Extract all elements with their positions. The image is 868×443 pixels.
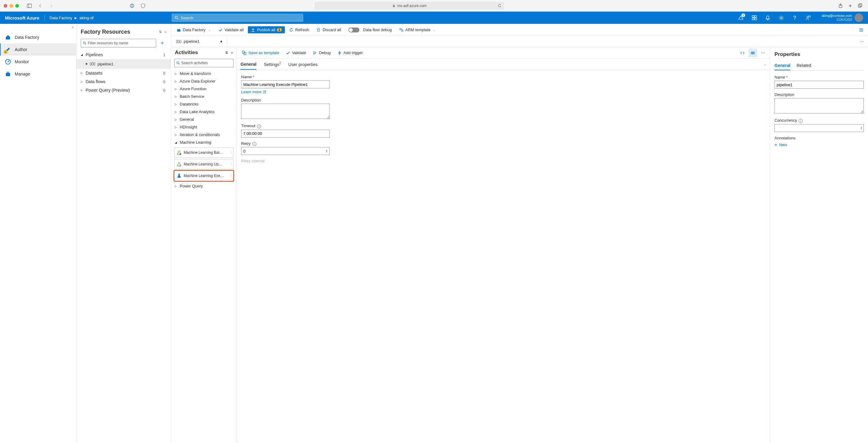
svg-rect-30 — [242, 51, 245, 53]
data-flow-debug-toggle[interactable]: Data flow debug — [345, 26, 395, 34]
code-view-icon[interactable] — [738, 49, 747, 57]
save-as-template-button[interactable]: Save as template — [239, 49, 281, 57]
svg-point-15 — [794, 19, 795, 20]
nav-author[interactable]: 1 Author — [0, 43, 76, 56]
home-icon — [5, 34, 11, 40]
timeout-input[interactable] — [241, 129, 330, 138]
tree-powerquery[interactable]: ▷Power Query (Preview) 0 — [76, 86, 171, 94]
nav-data-factory[interactable]: Data Factory — [0, 31, 76, 43]
breadcrumb-current[interactable]: aking-df — [80, 16, 94, 20]
list-view-icon[interactable] — [857, 26, 866, 34]
prop-tab-general[interactable]: General — [774, 61, 790, 70]
refresh-button[interactable]: Refresh — [286, 26, 312, 33]
breadcrumb-root[interactable]: Data Factory — [50, 16, 72, 20]
sort-icon[interactable]: ⇅ — [225, 51, 228, 55]
person-feedback-icon[interactable] — [802, 11, 814, 24]
group-databricks[interactable]: ▷Databricks — [171, 100, 237, 108]
arm-template-dropdown[interactable]: ARM template ⌄ — [396, 26, 439, 33]
save-template-icon — [242, 51, 247, 55]
settings-icon[interactable] — [775, 11, 787, 24]
group-azure-function[interactable]: ▷Azure Function — [171, 85, 237, 93]
activity-ml-execute[interactable]: Machine Learning Exe… ⦙⦙ — [174, 171, 234, 181]
add-resource-button[interactable]: + — [158, 39, 166, 48]
minimize-window-button[interactable] — [9, 4, 13, 8]
activity-ml-batch[interactable]: Machine Learning Bat… ⦙⦙ — [174, 147, 234, 158]
info-icon[interactable]: i — [252, 142, 256, 146]
sort-icon[interactable]: ⇅ — [159, 30, 162, 34]
activity-name-input[interactable] — [241, 80, 330, 88]
group-hdinsight[interactable]: ▷HDInsight — [171, 123, 237, 131]
spinner-icon[interactable]: ▲▼ — [860, 126, 862, 130]
tree-pipelines[interactable]: ◢Pipelines 1 — [76, 51, 171, 59]
forward-button[interactable] — [47, 2, 56, 10]
subtab-user-properties[interactable]: User properties — [288, 60, 317, 69]
validate-all-button[interactable]: Validate all — [215, 26, 247, 33]
info-icon[interactable]: i — [799, 119, 803, 123]
subtab-general[interactable]: General — [241, 59, 256, 70]
add-annotation-button[interactable]: + New — [774, 142, 864, 148]
subtab-settings[interactable]: Settings2 — [264, 60, 281, 69]
toolbar-label: Publish all — [257, 28, 275, 32]
retry-input[interactable]: 0 ▲▼ — [241, 147, 330, 155]
new-tab-icon[interactable] — [846, 2, 855, 10]
azure-logo[interactable]: Microsoft Azure — [5, 15, 39, 21]
discard-all-button[interactable]: Discard all — [313, 26, 344, 33]
notifications-icon[interactable] — [762, 11, 774, 24]
directories-icon[interactable] — [748, 11, 761, 24]
feedback-icon[interactable]: 1 — [735, 11, 747, 24]
collapse-nav-icon[interactable]: « — [72, 25, 74, 29]
tab-overflow-icon[interactable]: ⋯ — [856, 39, 868, 44]
group-batch-service[interactable]: ▷Batch Service — [171, 93, 237, 100]
debug-button[interactable]: Debug — [310, 49, 333, 56]
activity-ml-update[interactable]: Machine Learning Up… ⦙⦙ — [174, 159, 234, 169]
group-power-query[interactable]: ▷Power Query — [171, 182, 237, 190]
group-data-lake-analytics[interactable]: ▷Data Lake Analytics — [171, 108, 237, 116]
url-bar[interactable]: ms-adf.azure.com — [314, 2, 504, 10]
share-icon[interactable] — [836, 2, 845, 10]
back-button[interactable] — [36, 2, 44, 10]
learn-more-link[interactable]: Learn more — [241, 90, 266, 94]
nav-monitor[interactable]: Monitor — [0, 56, 76, 68]
data-factory-dropdown[interactable]: Data Factory ⌄ — [174, 26, 214, 33]
pipeline-name-input[interactable] — [774, 81, 864, 89]
chevron-down-icon[interactable]: ⌄ — [764, 63, 766, 66]
group-move-transform[interactable]: ▷Move & transform — [171, 70, 237, 77]
spinner-icon[interactable]: ▲▼ — [326, 149, 328, 153]
filter-resources-input[interactable]: Filter resources by name — [81, 39, 156, 48]
tabs-icon[interactable] — [856, 2, 864, 10]
properties-toggle-icon[interactable] — [748, 49, 757, 57]
publish-all-button[interactable]: Publish all 1 — [248, 26, 285, 33]
search-input[interactable] — [181, 16, 301, 20]
group-iteration-conditionals[interactable]: ▷Iteration & conditionals — [171, 131, 237, 139]
info-icon[interactable]: i — [257, 124, 261, 128]
collapse-activities-icon[interactable]: « — [231, 51, 233, 55]
collapse-resources-icon[interactable]: « — [165, 30, 166, 34]
extension-icon[interactable] — [128, 2, 136, 10]
tree-datasets[interactable]: ▷Datasets 0 — [76, 69, 171, 77]
upload-icon — [251, 28, 255, 32]
validate-button[interactable]: Validate — [283, 49, 308, 56]
nav-manage[interactable]: Manage — [0, 68, 76, 80]
close-window-button[interactable] — [4, 4, 7, 8]
reload-icon[interactable] — [498, 4, 501, 8]
prop-tab-related[interactable]: Related — [797, 61, 811, 70]
tree-item-pipeline1[interactable]: pipeline1 — [76, 59, 171, 69]
group-machine-learning[interactable]: ◢Machine Learning — [171, 139, 237, 146]
doc-tab-pipeline1[interactable]: pipeline1 — [171, 36, 227, 47]
svg-line-9 — [177, 18, 179, 20]
more-actions-icon[interactable]: ⋯ — [759, 49, 768, 57]
help-icon[interactable] — [788, 11, 801, 24]
header-search[interactable] — [172, 14, 303, 22]
search-activities-input[interactable]: Search activities — [174, 59, 234, 67]
account-menu[interactable]: aking@contoso.com CONTOSO — [822, 13, 863, 22]
sidebar-toggle-icon[interactable] — [25, 2, 34, 10]
tree-dataflows[interactable]: ▷Data flows 0 — [76, 77, 171, 86]
concurrency-input[interactable]: ▲▼ — [774, 124, 864, 132]
group-general[interactable]: ▷General — [171, 116, 237, 123]
shield-icon[interactable] — [139, 2, 147, 10]
add-trigger-button[interactable]: Add trigger — [335, 49, 366, 56]
pipeline-description-input[interactable] — [774, 98, 864, 113]
activity-description-input[interactable] — [241, 104, 330, 119]
maximize-window-button[interactable] — [15, 4, 19, 8]
group-azure-data-explorer[interactable]: ▷Azure Data Explorer — [171, 77, 237, 85]
